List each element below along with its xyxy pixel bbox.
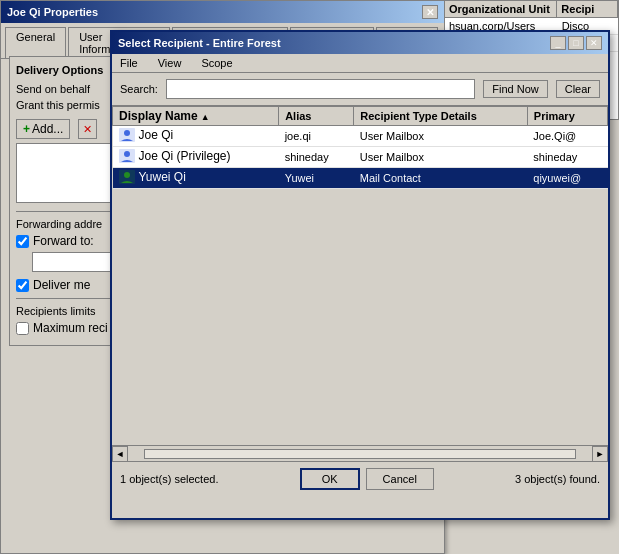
table-row[interactable]: Yuwei Qi Yuwei Mail Contact qiyuwei@ (113, 168, 608, 189)
forward-to-checkbox[interactable] (16, 235, 29, 248)
main-titlebar: Select Recipient - Entire Forest _ □ ✕ (112, 32, 608, 54)
person-icon: Joe Qi (119, 128, 174, 142)
horizontal-scrollbar[interactable]: ◄ ► (112, 445, 608, 461)
main-content: File View Scope Search: Find Now Clear D… (112, 54, 608, 496)
forward-to-label: Forward to: (33, 234, 94, 248)
selected-count: 1 object(s) selected. (120, 473, 218, 485)
cancel-button[interactable]: Cancel (366, 468, 434, 490)
menu-view[interactable]: View (154, 56, 186, 70)
table-row[interactable]: Joe Qi joe.qi User Mailbox Joe.Qi@ (113, 126, 608, 147)
cell-primary: qiyuwei@ (527, 168, 607, 189)
grant-label: Grant this permis (16, 99, 100, 111)
delivery-title: Delivery Options (16, 64, 103, 76)
minimize-button[interactable]: _ (550, 36, 566, 50)
search-input[interactable] (166, 79, 475, 99)
bg-titlebar: Joe Qi Properties ✕ (1, 1, 444, 23)
select-recipient-dialog: Select Recipient - Entire Forest _ □ ✕ F… (110, 30, 610, 520)
footer-buttons: OK Cancel (300, 468, 434, 490)
right-list-header: Organizational Unit Recipi (445, 1, 618, 18)
cell-alias: joe.qi (279, 126, 354, 147)
col-alias[interactable]: Alias (279, 107, 354, 126)
table-header-row: Display Name ▲ Alias Recipient Type Deta… (113, 107, 608, 126)
col-recipient-type[interactable]: Recipient Type Details (354, 107, 528, 126)
tab-general[interactable]: General (5, 27, 66, 58)
col-display-name[interactable]: Display Name ▲ (113, 107, 279, 126)
menu-file[interactable]: File (116, 56, 142, 70)
cell-recipient-type: User Mailbox (354, 147, 528, 168)
bg-close-button[interactable]: ✕ (422, 5, 438, 19)
cell-display-name: Joe Qi (Privilege) (113, 147, 279, 168)
search-label: Search: (120, 83, 158, 95)
table-row[interactable]: Joe Qi (Privilege) shineday User Mailbox… (113, 147, 608, 168)
person-icon: Yuwei Qi (119, 170, 186, 184)
cell-display-name: Yuwei Qi (113, 168, 279, 189)
max-reci-label: Maximum reci (33, 321, 108, 335)
main-dialog-title: Select Recipient - Entire Forest (118, 37, 281, 49)
scroll-right-button[interactable]: ► (592, 446, 608, 462)
col-org-unit: Organizational Unit (445, 1, 557, 17)
total-count: 3 object(s) found. (515, 473, 600, 485)
svg-point-3 (124, 151, 130, 157)
plus-icon: + (23, 122, 30, 136)
max-recipients-checkbox[interactable] (16, 322, 29, 335)
find-now-button[interactable]: Find Now (483, 80, 547, 98)
scroll-track[interactable] (144, 449, 576, 459)
svg-point-1 (124, 130, 130, 136)
menubar: File View Scope (112, 54, 608, 73)
titlebar-buttons: _ □ ✕ (550, 36, 602, 50)
table-container[interactable]: Display Name ▲ Alias Recipient Type Deta… (112, 106, 608, 445)
bg-window-title: Joe Qi Properties (7, 6, 98, 18)
cell-primary: Joe.Qi@ (527, 126, 607, 147)
col-recip: Recipi (557, 1, 618, 17)
main-footer: 1 object(s) selected. OK Cancel 3 object… (112, 461, 608, 496)
cell-alias: shineday (279, 147, 354, 168)
restore-button[interactable]: □ (568, 36, 584, 50)
deliver-me-label: Deliver me (33, 278, 90, 292)
cell-recipient-type: User Mailbox (354, 126, 528, 147)
cell-primary: shineday (527, 147, 607, 168)
menu-scope[interactable]: Scope (197, 56, 236, 70)
col-primary[interactable]: Primary (527, 107, 607, 126)
deliver-me-checkbox[interactable] (16, 279, 29, 292)
cell-recipient-type: Mail Contact (354, 168, 528, 189)
clear-button[interactable]: Clear (556, 80, 600, 98)
sort-arrow: ▲ (201, 112, 210, 122)
remove-button[interactable]: ✕ (78, 119, 97, 139)
search-row: Search: Find Now Clear (112, 73, 608, 106)
cell-display-name: Joe Qi (113, 126, 279, 147)
add-button[interactable]: + Add... (16, 119, 70, 139)
svg-point-5 (124, 172, 130, 178)
scroll-left-button[interactable]: ◄ (112, 446, 128, 462)
recipients-table: Display Name ▲ Alias Recipient Type Deta… (112, 106, 608, 189)
person-icon: Joe Qi (Privilege) (119, 149, 231, 163)
close-button[interactable]: ✕ (586, 36, 602, 50)
add-label: Add... (32, 122, 63, 136)
cell-alias: Yuwei (279, 168, 354, 189)
ok-button[interactable]: OK (300, 468, 360, 490)
